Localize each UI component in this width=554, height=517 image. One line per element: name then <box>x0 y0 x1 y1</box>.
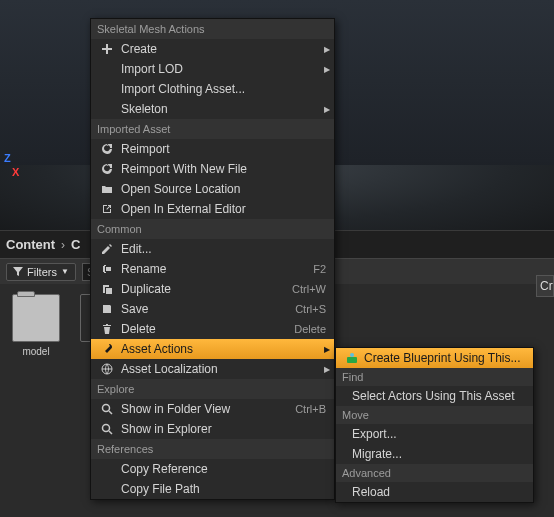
truncated-button-label: Cr <box>540 279 553 293</box>
ctx-copy-path-label: Copy File Path <box>121 482 334 496</box>
filters-button[interactable]: Filters ▼ <box>6 263 76 281</box>
sub-select-actors-label: Select Actors Using This Asset <box>352 389 533 403</box>
globe-icon <box>99 361 115 377</box>
ctx-edit-label: Edit... <box>121 242 334 256</box>
blueprint-icon <box>344 350 360 366</box>
reimport-new-icon <box>99 161 115 177</box>
ctx-header-references: References <box>91 439 334 459</box>
breadcrumb-root[interactable]: Content <box>6 237 55 252</box>
axis-z-label: Z <box>4 152 11 164</box>
funnel-icon <box>13 267 23 277</box>
sub-reload-label: Reload <box>352 485 533 499</box>
ctx-save-label: Save <box>121 302 295 316</box>
ctx-reimport-label: Reimport <box>121 142 334 156</box>
ctx-create[interactable]: Create <box>91 39 334 59</box>
external-icon <box>99 201 115 217</box>
svg-point-4 <box>350 353 354 357</box>
svg-point-2 <box>103 425 110 432</box>
ctx-header-explore: Explore <box>91 379 334 399</box>
ctx-rename-label: Rename <box>121 262 313 276</box>
ctx-open-external[interactable]: Open In External Editor <box>91 199 334 219</box>
ctx-copy-ref-label: Copy Reference <box>121 462 334 476</box>
trash-icon <box>99 321 115 337</box>
folder-open-icon <box>99 181 115 197</box>
sub-migrate[interactable]: Migrate... <box>336 444 533 464</box>
ctx-delete-label: Delete <box>121 322 294 336</box>
ctx-skeleton-label: Skeleton <box>121 102 320 116</box>
sub-create-blueprint-label: Create Blueprint Using This... <box>364 351 533 365</box>
ctx-duplicate-label: Duplicate <box>121 282 292 296</box>
breadcrumb-current[interactable]: C <box>71 237 80 252</box>
ctx-create-label: Create <box>121 42 320 56</box>
ctx-asset-actions[interactable]: Asset Actions <box>91 339 334 359</box>
sub-header-find: Find <box>336 368 533 386</box>
breadcrumb-chevron: › <box>61 238 65 252</box>
asset-label: model <box>22 346 49 357</box>
sub-header-advanced: Advanced <box>336 464 533 482</box>
plus-icon <box>99 41 115 57</box>
folder-icon <box>12 294 60 342</box>
context-menu: Skeletal Mesh Actions Create Import LOD … <box>90 18 335 500</box>
ctx-clothing-label: Import Clothing Asset... <box>121 82 334 96</box>
ctx-rename[interactable]: Rename F2 <box>91 259 334 279</box>
ctx-asset-actions-label: Asset Actions <box>121 342 320 356</box>
magnifier-icon <box>99 421 115 437</box>
asset-folder[interactable]: model <box>8 294 64 357</box>
ctx-duplicate[interactable]: Duplicate Ctrl+W <box>91 279 334 299</box>
ctx-delete-shortcut: Delete <box>294 323 334 335</box>
ctx-explorer[interactable]: Show in Explorer <box>91 419 334 439</box>
svg-point-1 <box>103 405 110 412</box>
ctx-open-source-label: Open Source Location <box>121 182 334 196</box>
chevron-down-icon: ▼ <box>61 267 69 276</box>
reimport-icon <box>99 141 115 157</box>
ctx-asset-localization[interactable]: Asset Localization <box>91 359 334 379</box>
duplicate-icon <box>99 281 115 297</box>
sub-export-label: Export... <box>352 427 533 441</box>
asset-actions-submenu: Create Blueprint Using This... Find Sele… <box>335 347 534 503</box>
ctx-copy-path[interactable]: Copy File Path <box>91 479 334 499</box>
magnifier-icon <box>99 401 115 417</box>
save-icon <box>99 301 115 317</box>
ctx-header-skeletal: Skeletal Mesh Actions <box>91 19 334 39</box>
ctx-asset-localization-label: Asset Localization <box>121 362 320 376</box>
ctx-open-source[interactable]: Open Source Location <box>91 179 334 199</box>
sub-reload[interactable]: Reload <box>336 482 533 502</box>
svg-rect-3 <box>347 357 357 363</box>
ctx-reimport-new[interactable]: Reimport With New File <box>91 159 334 179</box>
ctx-clothing[interactable]: Import Clothing Asset... <box>91 79 334 99</box>
ctx-reimport-new-label: Reimport With New File <box>121 162 334 176</box>
ctx-skeleton[interactable]: Skeleton <box>91 99 334 119</box>
ctx-reimport[interactable]: Reimport <box>91 139 334 159</box>
ctx-copy-ref[interactable]: Copy Reference <box>91 459 334 479</box>
ctx-header-common: Common <box>91 219 334 239</box>
sub-select-actors[interactable]: Select Actors Using This Asset <box>336 386 533 406</box>
ctx-folder-view-label: Show in Folder View <box>121 402 295 416</box>
ctx-duplicate-shortcut: Ctrl+W <box>292 283 334 295</box>
ctx-delete[interactable]: Delete Delete <box>91 319 334 339</box>
ctx-folder-view-shortcut: Ctrl+B <box>295 403 334 415</box>
sub-export[interactable]: Export... <box>336 424 533 444</box>
ctx-rename-shortcut: F2 <box>313 263 334 275</box>
ctx-explorer-label: Show in Explorer <box>121 422 334 436</box>
ctx-import-lod-label: Import LOD <box>121 62 320 76</box>
truncated-button[interactable]: Cr <box>536 275 554 297</box>
sub-migrate-label: Migrate... <box>352 447 533 461</box>
ctx-save-shortcut: Ctrl+S <box>295 303 334 315</box>
pencil-icon <box>99 241 115 257</box>
ctx-save[interactable]: Save Ctrl+S <box>91 299 334 319</box>
rename-icon <box>99 261 115 277</box>
ctx-import-lod[interactable]: Import LOD <box>91 59 334 79</box>
ctx-open-external-label: Open In External Editor <box>121 202 334 216</box>
filters-label: Filters <box>27 266 57 278</box>
ctx-edit[interactable]: Edit... <box>91 239 334 259</box>
ctx-header-imported: Imported Asset <box>91 119 334 139</box>
ctx-folder-view[interactable]: Show in Folder View Ctrl+B <box>91 399 334 419</box>
wrench-icon <box>99 341 115 357</box>
sub-header-move: Move <box>336 406 533 424</box>
sub-create-blueprint[interactable]: Create Blueprint Using This... <box>336 348 533 368</box>
